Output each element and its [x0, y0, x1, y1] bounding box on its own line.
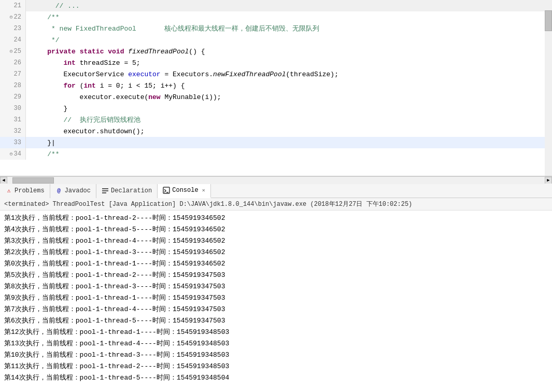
- tab-declaration[interactable]: Declaration: [96, 184, 158, 198]
- code-line-22: ⊖22 /**: [0, 11, 552, 23]
- editor-horizontal-scrollbar[interactable]: ◀ ▶: [0, 176, 552, 184]
- line-number-32: 32: [0, 125, 26, 137]
- console-icon: [163, 187, 170, 194]
- code-line-21: 21 // ...: [0, 0, 552, 11]
- tab-javadoc-label: Javadoc: [65, 187, 91, 194]
- line-number-30: 30: [0, 103, 26, 114]
- line-content-32: executor.shutdown();: [26, 125, 552, 137]
- line-content-29: executor.execute(new MyRunable(i));: [26, 91, 552, 103]
- console-line-12: 第10次执行，当前线程：pool-1-thread-3----时间：154591…: [4, 349, 548, 361]
- code-line-23: 23 * new FixedThreadPool 核心线程和最大线程一样，创建后…: [0, 23, 552, 34]
- console-close-button[interactable]: ✕: [202, 187, 205, 193]
- code-editor: 21 // ... ⊖22 /** 23 * new FixedThreadPo…: [0, 0, 552, 176]
- line-content-28: for (int i = 0; i < 15; i++) {: [26, 80, 552, 91]
- tab-javadoc[interactable]: @ Javadoc: [50, 184, 96, 198]
- line-content-30: }: [26, 103, 552, 114]
- line-number-21: 21: [0, 0, 26, 11]
- console-line-9: 第6次执行，当前线程：pool-1-thread-5----时间：1545919…: [4, 315, 548, 327]
- scroll-track[interactable]: [7, 177, 545, 184]
- line-number-22: ⊖22: [0, 11, 26, 23]
- console-line-10: 第12次执行，当前线程：pool-1-thread-1----时间：154591…: [4, 327, 548, 338]
- editor-scrollbar-thumb[interactable]: [545, 10, 552, 31]
- line-content-33: }|: [26, 137, 552, 148]
- code-line-28: 28 for (int i = 0; i < 15; i++) {: [0, 80, 552, 91]
- console-line-2: 第3次执行，当前线程：pool-1-thread-4----时间：1545919…: [4, 235, 548, 247]
- javadoc-icon: @: [55, 187, 63, 194]
- code-line-31: 31 // 执行完后销毁线程池: [0, 114, 552, 125]
- line-content-27: ExecutorService executor = Executors.new…: [26, 68, 552, 80]
- code-line-33: 33 }|: [0, 137, 552, 148]
- code-line-24: 24 */: [0, 34, 552, 46]
- line-number-28: 28: [0, 80, 26, 91]
- scroll-thumb[interactable]: [12, 177, 54, 184]
- tab-console-label: Console: [172, 187, 198, 194]
- line-number-24: 24: [0, 34, 26, 46]
- line-number-23: 23: [0, 23, 26, 34]
- code-lines: 21 // ... ⊖22 /** 23 * new FixedThreadPo…: [0, 0, 552, 160]
- console-line-11: 第13次执行，当前线程：pool-1-thread-4----时间：154591…: [4, 338, 548, 349]
- line-content-34: /**: [26, 148, 552, 160]
- line-content-24: */: [26, 34, 552, 46]
- code-line-34: ⊖34 /**: [0, 148, 552, 160]
- scroll-left-button[interactable]: ◀: [0, 177, 7, 184]
- line-number-33: 33: [0, 137, 26, 148]
- console-output: 第1次执行，当前线程：pool-1-thread-2----时间：1545919…: [0, 211, 552, 392]
- svg-rect-0: [102, 188, 108, 189]
- code-line-32: 32 executor.shutdown();: [0, 125, 552, 137]
- console-line-0: 第1次执行，当前线程：pool-1-thread-2----时间：1545919…: [4, 213, 548, 224]
- console-line-14: 第14次执行，当前线程：pool-1-thread-5----时间：154591…: [4, 372, 548, 384]
- tab-problems-label: Problems: [15, 187, 45, 194]
- code-line-27: 27 ExecutorService executor = Executors.…: [0, 68, 552, 80]
- warning-icon: ⚠: [5, 187, 12, 194]
- line-content-21: // ...: [26, 0, 552, 11]
- console-header: <terminated> ThreadPoolTest [Java Applic…: [0, 198, 552, 211]
- console-panel: <terminated> ThreadPoolTest [Java Applic…: [0, 198, 552, 392]
- console-line-6: 第8次执行，当前线程：pool-1-thread-3----时间：1545919…: [4, 281, 548, 292]
- console-line-13: 第11次执行，当前线程：pool-1-thread-2----时间：154591…: [4, 361, 548, 372]
- tab-problems[interactable]: ⚠ Problems: [0, 184, 50, 198]
- console-line-1: 第4次执行，当前线程：pool-1-thread-5----时间：1545919…: [4, 224, 548, 235]
- code-line-26: 26 int threadSize = 5;: [0, 57, 552, 68]
- line-number-31: 31: [0, 114, 26, 125]
- code-line-29: 29 executor.execute(new MyRunable(i));: [0, 91, 552, 103]
- line-content-22: /**: [26, 11, 552, 23]
- line-number-34: ⊖34: [0, 148, 26, 160]
- line-content-25: private static void fixedThreadPool() {: [26, 46, 552, 57]
- console-line-4: 第0次执行，当前线程：pool-1-thread-1----时间：1545919…: [4, 258, 548, 270]
- tab-declaration-label: Declaration: [111, 187, 152, 194]
- line-content-31: // 执行完后销毁线程池: [26, 114, 552, 125]
- tab-console[interactable]: Console ✕: [158, 184, 210, 198]
- svg-rect-1: [102, 190, 108, 191]
- line-content-26: int threadSize = 5;: [26, 57, 552, 68]
- console-line-3: 第2次执行，当前线程：pool-1-thread-3----时间：1545919…: [4, 247, 548, 258]
- editor-vertical-scrollbar[interactable]: [545, 0, 552, 176]
- line-number-25: ⊖25: [0, 46, 26, 57]
- line-content-23: * new FixedThreadPool 核心线程和最大线程一样，创建后不销毁…: [26, 23, 552, 34]
- line-number-27: 27: [0, 68, 26, 80]
- bottom-panel: ⚠ Problems @ Javadoc Declaration: [0, 184, 552, 392]
- console-line-5: 第5次执行，当前线程：pool-1-thread-2----时间：1545919…: [4, 270, 548, 281]
- code-line-30: 30 }: [0, 103, 552, 114]
- line-number-29: 29: [0, 91, 26, 103]
- console-line-7: 第9次执行，当前线程：pool-1-thread-1----时间：1545919…: [4, 292, 548, 304]
- code-line-25: ⊖25 private static void fixedThreadPool(…: [0, 46, 552, 57]
- svg-rect-2: [102, 192, 106, 193]
- declaration-icon: [102, 187, 109, 194]
- console-line-8: 第7次执行，当前线程：pool-1-thread-4----时间：1545919…: [4, 304, 548, 315]
- tab-bar: ⚠ Problems @ Javadoc Declaration: [0, 184, 552, 198]
- scroll-right-button[interactable]: ▶: [545, 177, 552, 184]
- line-number-26: 26: [0, 57, 26, 68]
